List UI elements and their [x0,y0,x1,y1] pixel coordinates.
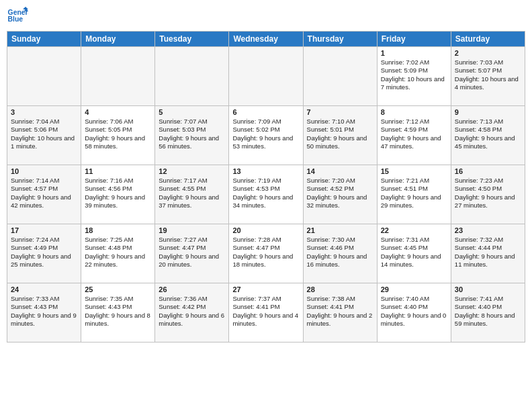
day-info: Sunset: 5:05 PM [85,126,151,134]
day-info: Sunrise: 7:07 AM [159,118,225,126]
day-info: Sunset: 4:49 PM [11,244,77,252]
day-info: Daylight: 10 hours and 7 minutes. [381,75,447,92]
day-info: Sunset: 5:07 PM [455,66,521,75]
day-info: Sunrise: 7:04 AM [11,118,77,126]
calendar-cell: 8Sunrise: 7:12 AMSunset: 4:59 PMDaylight… [377,106,451,165]
day-info: Sunrise: 7:33 AM [11,295,77,303]
day-number: 13 [232,167,299,175]
day-info: Daylight: 9 hours and 4 minutes. [232,312,299,328]
day-info: Sunset: 4:51 PM [381,185,447,193]
day-info: Sunset: 4:59 PM [381,126,447,134]
calendar-week-5: 24Sunrise: 7:33 AMSunset: 4:43 PMDayligh… [7,283,525,342]
day-info: Sunset: 4:41 PM [307,303,373,311]
calendar-cell: 27Sunrise: 7:37 AMSunset: 4:41 PMDayligh… [229,283,303,342]
day-info: Sunrise: 7:13 AM [455,118,521,126]
weekday-header-thursday: Thursday [303,32,377,47]
weekday-header-saturday: Saturday [451,32,525,47]
day-info: Sunrise: 7:02 AM [381,58,447,66]
day-info: Sunrise: 7:21 AM [381,177,447,185]
day-info: Sunset: 5:09 PM [381,66,447,75]
day-number: 22 [381,226,447,234]
day-info: Sunset: 4:58 PM [455,126,521,134]
calendar-cell: 19Sunrise: 7:27 AMSunset: 4:47 PMDayligh… [155,224,229,283]
day-number: 8 [381,108,447,116]
day-number: 10 [11,167,77,175]
day-info: Sunrise: 7:36 AM [159,295,225,303]
day-info: Sunrise: 7:23 AM [455,177,521,185]
day-info: Daylight: 9 hours and 56 minutes. [159,134,225,151]
svg-text:Blue: Blue [8,15,24,23]
day-info: Daylight: 9 hours and 37 minutes. [159,193,225,210]
calendar-cell: 3Sunrise: 7:04 AMSunset: 5:06 PMDaylight… [7,106,81,165]
calendar-cell: 30Sunrise: 7:41 AMSunset: 4:40 PMDayligh… [451,283,525,342]
calendar-week-1: 1Sunrise: 7:02 AMSunset: 5:09 PMDaylight… [7,47,525,106]
day-info: Daylight: 9 hours and 50 minutes. [307,134,373,151]
day-info: Sunset: 4:47 PM [159,244,225,252]
day-info: Sunrise: 7:25 AM [85,236,151,244]
calendar-cell [7,47,81,106]
day-info: Sunset: 4:56 PM [85,185,151,193]
day-info: Sunset: 4:53 PM [232,185,299,193]
calendar-cell: 21Sunrise: 7:30 AMSunset: 4:46 PMDayligh… [303,224,377,283]
day-info: Sunrise: 7:16 AM [85,177,151,185]
calendar-cell: 9Sunrise: 7:13 AMSunset: 4:58 PMDaylight… [451,106,525,165]
day-info: Sunrise: 7:40 AM [381,295,447,303]
day-number: 29 [381,285,447,293]
day-number: 24 [11,285,77,293]
day-info: Sunset: 4:40 PM [455,303,521,311]
day-info: Daylight: 9 hours and 45 minutes. [455,134,521,151]
day-info: Daylight: 9 hours and 14 minutes. [381,253,447,269]
day-number: 20 [232,226,299,234]
day-info: Sunset: 4:43 PM [85,303,151,311]
day-info: Sunrise: 7:35 AM [85,295,151,303]
day-number: 5 [159,108,225,116]
day-info: Daylight: 8 hours and 59 minutes. [455,312,521,328]
day-info: Sunrise: 7:10 AM [307,118,373,126]
day-info: Daylight: 9 hours and 20 minutes. [159,253,225,269]
day-info: Sunrise: 7:30 AM [307,236,373,244]
day-info: Daylight: 9 hours and 29 minutes. [381,193,447,210]
day-number: 7 [307,108,373,116]
day-number: 17 [11,226,77,234]
calendar-cell: 26Sunrise: 7:36 AMSunset: 4:42 PMDayligh… [155,283,229,342]
day-info: Daylight: 10 hours and 1 minute. [11,134,77,151]
day-number: 11 [85,167,151,175]
calendar-cell [229,47,303,106]
day-info: Daylight: 9 hours and 16 minutes. [307,253,373,269]
day-info: Sunrise: 7:31 AM [381,236,447,244]
day-info: Daylight: 9 hours and 8 minutes. [85,312,151,328]
day-info: Sunset: 5:06 PM [11,126,77,134]
calendar-cell: 5Sunrise: 7:07 AMSunset: 5:03 PMDaylight… [155,106,229,165]
calendar-cell: 1Sunrise: 7:02 AMSunset: 5:09 PMDaylight… [377,47,451,106]
day-info: Sunset: 4:47 PM [232,244,299,252]
day-info: Sunset: 5:03 PM [159,126,225,134]
day-info: Sunrise: 7:14 AM [11,177,77,185]
day-info: Sunrise: 7:24 AM [11,236,77,244]
day-info: Daylight: 9 hours and 58 minutes. [85,134,151,151]
calendar-cell: 11Sunrise: 7:16 AMSunset: 4:56 PMDayligh… [81,165,155,224]
calendar-cell: 22Sunrise: 7:31 AMSunset: 4:45 PMDayligh… [377,224,451,283]
day-info: Sunrise: 7:06 AM [85,118,151,126]
day-number: 18 [85,226,151,234]
day-info: Sunrise: 7:09 AM [232,118,299,126]
day-number: 15 [381,167,447,175]
day-number: 16 [455,167,521,175]
day-number: 25 [85,285,151,293]
calendar-cell: 10Sunrise: 7:14 AMSunset: 4:57 PMDayligh… [7,165,81,224]
day-number: 28 [307,285,373,293]
day-info: Sunset: 4:44 PM [455,244,521,252]
day-info: Sunset: 4:50 PM [455,185,521,193]
day-info: Sunset: 4:45 PM [381,244,447,252]
day-info: Sunrise: 7:38 AM [307,295,373,303]
day-info: Daylight: 9 hours and 27 minutes. [455,193,521,210]
calendar-cell [81,47,155,106]
day-info: Sunset: 4:41 PM [232,303,299,311]
day-info: Sunrise: 7:28 AM [232,236,299,244]
calendar-cell: 4Sunrise: 7:06 AMSunset: 5:05 PMDaylight… [81,106,155,165]
day-number: 30 [455,285,521,293]
day-info: Daylight: 9 hours and 11 minutes. [455,253,521,269]
day-number: 9 [455,108,521,116]
day-info: Sunrise: 7:12 AM [381,118,447,126]
day-number: 1 [381,49,447,57]
day-info: Sunset: 4:52 PM [307,185,373,193]
